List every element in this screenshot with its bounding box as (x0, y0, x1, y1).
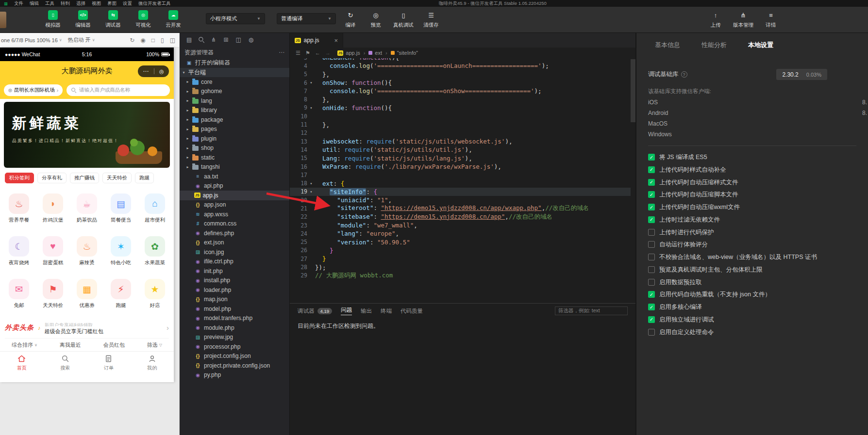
file-row[interactable]: {}ext.json (180, 238, 289, 248)
code-line[interactable]: 13 iwebsocket: require('static/js/utils/… (290, 137, 631, 145)
checkbox[interactable]: ✓ (648, 179, 655, 186)
promo-tag[interactable]: 积分签到 (5, 173, 34, 183)
checkbox[interactable] (648, 241, 655, 248)
promo-tag[interactable]: 分享有礼 (37, 173, 67, 183)
search-input[interactable]: 请输入商户或商品名称 (67, 84, 170, 96)
setting-option[interactable]: ✓上传代码时样式自动补全 (648, 165, 863, 175)
setting-option[interactable]: ✓启用独立域进行调试 (648, 315, 863, 324)
checkbox[interactable]: ✓ (648, 204, 655, 210)
tabbar-item-search[interactable]: 搜索 (44, 352, 87, 373)
scrollbar-thumb[interactable] (631, 59, 635, 122)
file-row[interactable]: #common.css (180, 219, 289, 229)
file-row[interactable]: ◉module.php (180, 323, 289, 333)
menu-item[interactable]: 编辑 (30, 0, 39, 7)
base-library-select[interactable]: 2.30.2 0.03% (776, 69, 827, 80)
code-line[interactable]: 5 }, (290, 70, 631, 79)
details-button[interactable]: ≡详情 (763, 10, 779, 29)
category-item[interactable]: ✶特色小吃 (104, 230, 138, 273)
fold-icon[interactable]: ▾ (307, 190, 315, 194)
checkbox[interactable] (648, 229, 655, 236)
mode-dropdown[interactable]: 小程序模式 ▼ (206, 13, 265, 24)
code-line[interactable]: 16 WxParse: require('./library/wxParse/w… (290, 162, 631, 171)
category-item[interactable]: ♨麻辣烫 (70, 230, 104, 273)
file-row[interactable]: ◉processor.php (180, 342, 289, 352)
folder-row[interactable]: ▸static (180, 153, 289, 162)
panel-tab[interactable]: 调试器4,19 (298, 307, 332, 315)
category-item[interactable]: ⚑天天特价 (36, 273, 70, 315)
headline-bar[interactable]: 外卖头条 ♪ 新用户专享福利待领取 超级会员立享无门槛红包 › (5, 317, 169, 338)
bookmark-icon[interactable]: ⚑ (305, 50, 310, 56)
preview-window-icon[interactable]: ◫ (235, 36, 241, 43)
fold-icon[interactable]: ▾ (307, 81, 315, 85)
code-line[interactable]: 17 (290, 171, 631, 179)
folder-row[interactable]: ▸shop (180, 144, 289, 153)
menu-item[interactable]: 转到 (61, 0, 70, 7)
code-line[interactable]: 19▾ "siteInfo": { (290, 188, 631, 196)
file-row[interactable]: ◉ifile.ctrl.php (180, 257, 289, 267)
refresh-icon[interactable]: ↻ (130, 37, 134, 44)
code-line[interactable]: 23 "module": "we7_wmall", (290, 221, 631, 229)
category-item[interactable]: ⚡跑腿 (104, 273, 138, 315)
code-line[interactable]: 3 onLaunch: function(){ (290, 58, 631, 62)
code-line[interactable]: 20 "uniacid": "1", (290, 196, 631, 204)
folder-row[interactable]: ▸package (180, 115, 289, 125)
project-root-row[interactable]: ▾平台端 (180, 68, 289, 78)
back-arrow-icon[interactable]: ← (315, 50, 320, 56)
version-control-button[interactable]: ⋔版本管理 (733, 10, 753, 29)
panel-tab[interactable]: 终端 (381, 307, 392, 315)
clear-cache-button[interactable]: ☰清缓存 (423, 10, 439, 29)
open-editors-section[interactable]: ▣打开的编辑器 (180, 58, 289, 68)
menu-item[interactable]: 微信开发者工具 (138, 0, 171, 7)
category-item[interactable]: ✿水果蔬菜 (138, 230, 172, 273)
file-row[interactable]: ≋app.wxss (180, 209, 289, 219)
details-tab[interactable]: 性能分析 (701, 41, 727, 49)
breadcrumb-item[interactable]: ext (368, 50, 382, 56)
file-row[interactable]: ◉install.php (180, 276, 289, 286)
code-line[interactable]: 7 console.log('==================onShow=… (290, 87, 631, 95)
device-debug-button[interactable]: ▯真机调试 (393, 10, 414, 29)
promo-tag[interactable]: 天天特价 (102, 173, 132, 183)
setting-option[interactable]: ✓启用多核心编译 (648, 303, 863, 312)
file-row[interactable]: ▨icon.jpg (180, 247, 289, 257)
file-row[interactable]: ◉defines.php (180, 228, 289, 238)
promo-tag[interactable]: 跑腿 (135, 173, 154, 183)
category-item[interactable]: ☕奶茶饮品 (70, 187, 104, 230)
setting-option[interactable]: ✓上传时过滤无依赖文件 (648, 215, 863, 225)
record-icon[interactable]: ◉ (140, 37, 145, 44)
details-tab[interactable]: 基本信息 (655, 41, 680, 49)
code-line[interactable]: 26 } (290, 246, 631, 255)
editor-tab-appjs[interactable]: JS app.js × (290, 33, 343, 48)
tabbar-item-home[interactable]: 首页 (0, 352, 44, 373)
folder-row[interactable]: ▸plugin (180, 134, 289, 144)
file-row[interactable]: ◉loader.php (180, 285, 289, 295)
visualize-button[interactable]: ◎可视化 (132, 10, 154, 29)
folder-row[interactable]: ▸pages (180, 125, 289, 134)
setting-option[interactable]: ✓上传代码时自动压缩wxml文件 (648, 203, 863, 212)
code-line[interactable]: 15 Lang: require('static/js/utils/lang.j… (290, 154, 631, 162)
screenshot-icon[interactable]: □ (151, 37, 155, 44)
fold-icon[interactable]: ▾ (307, 181, 315, 186)
breadcrumb-item[interactable]: "siteInfo" (391, 50, 418, 56)
location-picker[interactable]: ◎ 昆明长水国际机场 › (4, 84, 63, 96)
checkbox[interactable] (648, 329, 655, 336)
cloud-dev-button[interactable]: ☁云开发 (162, 10, 184, 29)
fold-icon[interactable]: ▾ (307, 106, 315, 110)
simulator-button[interactable]: ▯模拟器 (42, 10, 64, 29)
setting-option[interactable]: 启用自定义处理命令 (648, 328, 863, 337)
file-row[interactable]: {}project.config.json (180, 352, 289, 361)
file-row[interactable]: ◉model.tranfers.php (180, 314, 289, 323)
category-item[interactable]: ☾夜宵烧烤 (2, 230, 36, 273)
preview-button[interactable]: ◎预览 (368, 10, 384, 29)
breadcrumb-item[interactable]: JSapp.js (337, 50, 360, 56)
editor-scrollbar[interactable] (631, 58, 635, 303)
category-item[interactable]: ▤简餐便当 (104, 187, 138, 230)
code-line[interactable]: 4 console.log('==================onLaunc… (290, 62, 631, 70)
checkbox[interactable] (648, 266, 655, 273)
setting-option[interactable]: ✓启用代码自动热重载（不支持 json 文件） (648, 290, 863, 299)
checkbox[interactable]: ✓ (648, 316, 655, 323)
setting-option[interactable]: 自动运行体验评分 (648, 240, 863, 249)
forward-arrow-icon[interactable]: → (325, 50, 331, 56)
details-tab[interactable]: 本地设置 (748, 41, 773, 49)
debugger-button[interactable]: ⇆调试器 (102, 10, 124, 29)
category-item[interactable]: ★好店 (138, 273, 172, 315)
